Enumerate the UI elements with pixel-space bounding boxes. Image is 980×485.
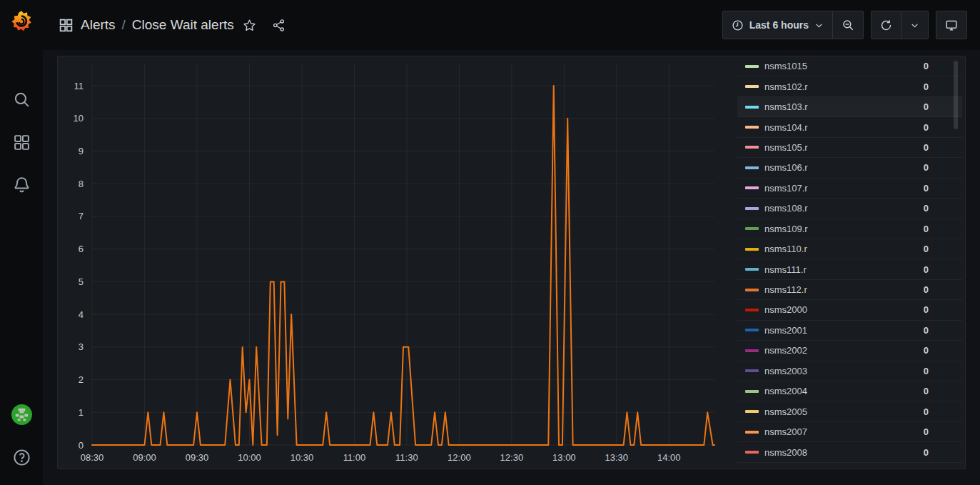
y-axis-tick: 2 [79,374,84,385]
timeseries-chart[interactable]: 0123456789101108:3009:0009:3010:0010:301… [58,56,737,470]
series-label: nsms105.r [764,142,808,153]
series-value: 0 [924,183,929,194]
breadcrumb-section[interactable]: Alerts [81,17,116,33]
help-menu-item[interactable] [0,448,43,467]
series-value: 0 [924,284,929,295]
series-value: 0 [924,162,929,173]
legend-row[interactable]: nsms108.r 0 [737,199,962,219]
series-color-dash [745,369,759,372]
series-label: nsms1015 [764,61,807,71]
series-color-dash [745,227,759,230]
series-color-dash [745,186,759,189]
series-label: nsms107.r [764,183,808,194]
series-value: 0 [924,304,929,315]
series-label: nsms106.r [764,162,808,173]
legend-row[interactable]: nsms109.r 0 [737,219,962,239]
legend-row[interactable]: nsms107.r 0 [737,179,962,199]
share-icon [272,19,286,32]
legend-row[interactable]: nsms2000 0 [737,300,962,320]
series-label: nsms2004 [764,386,807,396]
share-button[interactable] [269,16,288,35]
search-icon [13,91,31,109]
cycle-view-mode-button[interactable] [936,11,966,39]
series-color-dash [745,207,759,210]
series-color-dash [745,248,759,251]
legend-row[interactable]: nsms105.r 0 [737,138,962,158]
legend-row[interactable]: nsms1015 0 [737,56,962,76]
legend-row[interactable]: nsms2005 0 [737,401,962,421]
y-axis-tick: 10 [74,113,84,124]
series-color-dash [745,126,759,129]
zoom-out-button[interactable] [832,11,863,39]
legend-row[interactable]: nsms112.r 0 [737,280,962,300]
series-label: nsms2003 [764,366,807,376]
legend-row[interactable]: nsms2007 0 [737,422,962,442]
refresh-icon [880,19,892,31]
series-color-dash [745,106,759,109]
time-picker-group: Last 6 hours [722,11,864,39]
legend-row[interactable]: nsms2004 0 [737,381,962,401]
avatar [11,404,33,426]
dashboards-menu-item[interactable] [0,134,43,151]
legend-row[interactable]: nsms103.r 0 [737,97,962,117]
series-value: 0 [924,366,929,376]
dashboard-content: 0123456789101108:3009:0009:3010:0010:301… [43,0,980,485]
chevron-down-icon [814,21,824,30]
refresh-interval-picker[interactable] [901,11,928,39]
help-icon [12,448,31,467]
breadcrumb-separator: / [122,17,126,33]
time-range-picker[interactable]: Last 6 hours [723,11,832,39]
y-axis-tick: 4 [79,309,84,320]
legend-row[interactable]: nsms2002 0 [737,341,962,361]
series-color-dash [745,349,759,352]
user-avatar[interactable] [0,404,43,426]
refresh-button[interactable] [872,11,901,39]
series-value: 0 [924,224,929,234]
x-axis-tick: 12:30 [500,452,524,463]
series-value: 0 [924,325,929,336]
series-value: 0 [924,61,929,71]
grafana-logo[interactable] [0,9,43,34]
legend-row[interactable]: nsms102.r 0 [737,76,962,96]
series-label: nsms112.r [764,284,807,295]
x-axis-tick: 10:30 [291,452,314,463]
x-axis-tick: 11:30 [395,452,418,463]
series-label: nsms2005 [764,406,807,417]
legend-row[interactable]: nsms2003 0 [737,361,962,381]
series-line [92,86,714,445]
x-axis-tick: 10:00 [238,452,261,463]
series-label: nsms110.r [764,244,807,254]
search-menu-item[interactable] [0,91,43,109]
legend-row[interactable]: nsms2001 0 [737,321,962,341]
y-axis-tick: 6 [79,244,84,254]
breadcrumb: Alerts / Close Wait alerts [59,17,234,33]
dashboards-grid-icon [13,134,31,151]
refresh-group [871,11,929,39]
legend-row[interactable]: nsms106.r 0 [737,158,962,178]
alerting-menu-item[interactable] [0,176,43,194]
series-color-dash [745,146,759,149]
star-icon [243,19,256,32]
series-color-dash [745,85,759,88]
series-label: nsms2000 [764,304,807,315]
y-axis-tick: 1 [79,407,84,418]
legend-row[interactable]: nsms2008 0 [737,442,962,462]
legend-row[interactable]: nsms104.r 0 [737,117,962,137]
legend-row[interactable]: nsms111.r 0 [737,259,962,279]
series-color-dash [745,268,759,271]
x-axis-tick: 13:30 [605,452,629,463]
breadcrumb-current[interactable]: Close Wait alerts [132,17,234,33]
favorite-star-button[interactable] [240,16,259,35]
series-label: nsms2001 [764,325,807,336]
series-label: nsms109.r [764,224,808,234]
x-axis-tick: 08:30 [81,452,104,463]
series-label: nsms2007 [764,426,807,437]
time-range-label: Last 6 hours [749,19,809,31]
legend-scrollbar[interactable] [954,61,958,129]
chevron-down-icon [910,21,919,30]
legend-table: nsms1015 0 nsms102.r 0 nsms103.r 0 nsms1… [737,56,962,470]
series-label: nsms2002 [764,345,807,356]
series-label: nsms108.r [764,203,808,214]
view-mode-group [936,11,967,39]
legend-row[interactable]: nsms110.r 0 [737,239,962,259]
